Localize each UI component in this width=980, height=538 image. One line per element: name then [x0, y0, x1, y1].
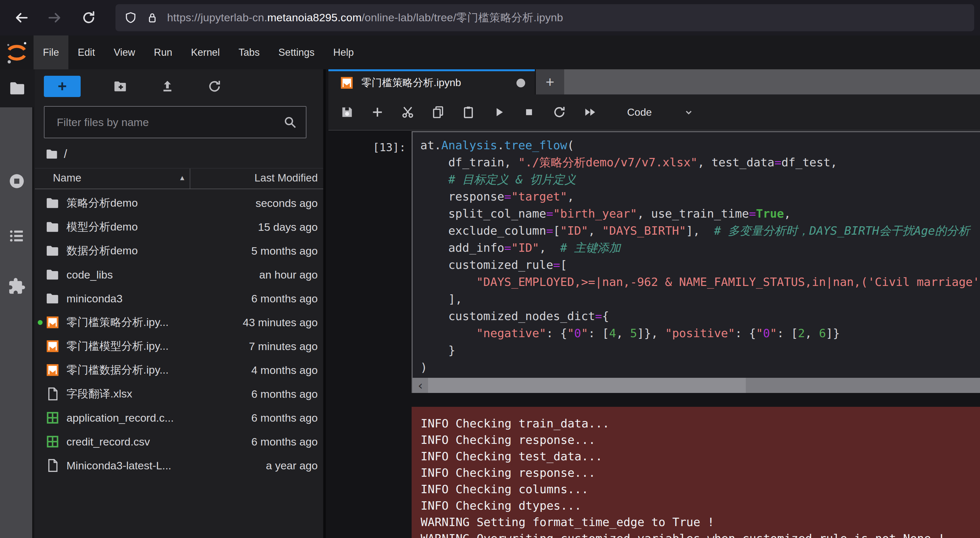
code-line[interactable]: } [420, 342, 980, 359]
file-name[interactable]: Miniconda3-latest-L... [67, 459, 266, 472]
sidebar-tab-extension-manager[interactable] [0, 277, 33, 295]
add-cell-icon[interactable] [370, 105, 385, 119]
code-cell-source[interactable]: at.Analysis.tree_flow( df_train, "./策略分析… [412, 132, 980, 376]
code-line[interactable]: "negative": {"0": [4, 5]}, "positive": {… [420, 325, 980, 342]
code-line[interactable]: response="target", [420, 188, 980, 205]
home-folder-icon[interactable] [45, 147, 59, 161]
file-row[interactable]: 字段翻译.xlsx6 months ago [35, 382, 323, 406]
file-row[interactable]: 策略分析demoseconds ago [35, 191, 323, 215]
file-row[interactable]: code_libsan hour ago [35, 263, 323, 287]
browser-address-bar[interactable]: https://jupyterlab-cn.metanoia8295.com/o… [116, 4, 974, 31]
new-folder-icon[interactable] [113, 79, 128, 94]
menu-kernel[interactable]: Kernel [181, 35, 229, 69]
file-name[interactable]: 零门槛策略分析.ipy... [67, 315, 243, 330]
url-text[interactable]: https://jupyterlab-cn.metanoia8295.com/o… [167, 10, 563, 25]
file-row[interactable]: Miniconda3-latest-L...a year ago [35, 454, 323, 478]
file-row[interactable]: 数据分析demo5 months ago [35, 239, 323, 263]
column-header-name[interactable]: Name [53, 172, 81, 184]
browser-back-icon[interactable] [14, 10, 30, 26]
cell-type-select[interactable]: Code [627, 106, 652, 118]
menu-view[interactable]: View [104, 35, 145, 69]
notebook-tab[interactable]: 零门槛策略分析.ipynb [328, 69, 535, 94]
file-browser-panel: + / Name ▲ Last Modified [35, 69, 326, 538]
code-cell-editor[interactable]: at.Analysis.tree_flow( df_train, "./策略分析… [412, 131, 980, 393]
file-row[interactable]: 零门槛模型分析.ipy...7 minutes ago [35, 334, 323, 358]
folder-icon [45, 196, 60, 211]
https-lock-icon[interactable] [146, 11, 159, 24]
sidebar-tab-table-of-contents[interactable] [0, 227, 33, 244]
horizontal-scrollbar[interactable]: ‹ [412, 378, 980, 393]
filter-files-box [44, 106, 307, 138]
sort-ascending-icon[interactable]: ▲ [179, 174, 186, 182]
output-line: INFO Checking columns... [421, 481, 980, 497]
save-icon[interactable] [340, 105, 354, 119]
sidebar-tab-running-kernels[interactable] [0, 172, 33, 190]
notebook-toolbar: Code [328, 94, 980, 130]
file-last-modified: an hour ago [259, 268, 323, 281]
tab-bar-empty-area [564, 69, 980, 94]
file-name[interactable]: code_libs [67, 268, 259, 281]
browser-reload-icon[interactable] [81, 10, 97, 26]
breadcrumb-root[interactable]: / [64, 147, 67, 161]
menu-settings[interactable]: Settings [269, 35, 324, 69]
breadcrumb[interactable]: / [45, 147, 323, 161]
menu-run[interactable]: Run [145, 35, 181, 69]
chevron-down-icon[interactable] [683, 106, 695, 118]
file-row[interactable]: credit_record.csv6 months ago [35, 430, 323, 454]
code-line[interactable]: # 目标定义 & 切片定义 [420, 171, 980, 188]
search-icon[interactable] [283, 115, 298, 130]
code-line[interactable]: at.Analysis.tree_flow( [420, 136, 980, 154]
folder-icon [45, 267, 60, 282]
code-line[interactable]: customized_nodes_dict={ [420, 308, 980, 325]
scroll-left-arrow-icon[interactable]: ‹ [412, 378, 428, 393]
file-name[interactable]: application_record.c... [67, 412, 251, 424]
code-line[interactable]: "DAYS_EMPLOYED,>=|nan,-962 & NAME_FAMILY… [420, 273, 980, 290]
file-row[interactable]: miniconda36 months ago [35, 287, 323, 310]
code-line[interactable]: ], [420, 290, 980, 308]
refresh-file-list-icon[interactable] [207, 79, 222, 94]
file-row[interactable]: 模型分析demo15 days ago [35, 215, 323, 239]
browser-forward-icon[interactable] [46, 10, 62, 26]
file-icon [45, 458, 60, 473]
unsaved-changes-dot[interactable] [517, 79, 525, 87]
code-line[interactable]: split_col_name="birth_year", use_train_t… [420, 205, 980, 222]
file-name[interactable]: 策略分析demo [67, 196, 256, 211]
file-row[interactable]: 零门槛数据分析.ipy...4 months ago [35, 358, 323, 382]
paste-cells-icon[interactable] [461, 105, 476, 119]
file-name[interactable]: miniconda3 [67, 292, 251, 305]
file-name[interactable]: 零门槛数据分析.ipy... [67, 363, 251, 378]
sidebar-tab-file-browser[interactable] [0, 69, 35, 107]
restart-kernel-icon[interactable] [552, 105, 566, 119]
scrollbar-thumb[interactable] [428, 378, 746, 393]
menu-file[interactable]: File [33, 35, 68, 69]
tracking-shield-icon[interactable] [124, 11, 137, 24]
code-line[interactable]: customized_rule=[ [420, 256, 980, 273]
interrupt-kernel-icon[interactable] [522, 105, 536, 119]
file-last-modified: 6 months ago [251, 292, 323, 305]
left-activity-bar [0, 69, 35, 538]
file-name[interactable]: 模型分析demo [67, 219, 258, 234]
new-launcher-button[interactable]: + [44, 76, 81, 97]
restart-run-all-icon[interactable] [582, 105, 597, 119]
file-name[interactable]: 数据分析demo [67, 243, 251, 258]
output-line: INFO Checking test_data... [421, 448, 980, 465]
menu-help[interactable]: Help [324, 35, 363, 69]
code-line[interactable]: df_train, "./策略分析demo/v7/v7.xlsx", test_… [420, 154, 980, 171]
filter-files-input[interactable] [45, 116, 283, 129]
file-name[interactable]: 字段翻译.xlsx [67, 387, 251, 402]
copy-cells-icon[interactable] [431, 105, 445, 119]
run-cell-icon[interactable] [492, 105, 506, 119]
file-row[interactable]: application_record.c...6 months ago [35, 406, 323, 430]
file-name[interactable]: 零门槛模型分析.ipy... [67, 339, 249, 354]
menu-edit[interactable]: Edit [68, 35, 104, 69]
cut-cells-icon[interactable] [401, 105, 415, 119]
new-tab-button[interactable]: + [536, 69, 564, 94]
code-line[interactable]: ) [420, 359, 980, 376]
column-header-last-modified[interactable]: Last Modified [255, 172, 318, 184]
file-name[interactable]: credit_record.csv [67, 435, 251, 448]
code-line[interactable]: add_info="ID", # 主键添加 [420, 239, 980, 256]
upload-icon[interactable] [160, 79, 175, 94]
code-line[interactable]: exclude_column=["ID", "DAYS_BIRTH"], # 多… [420, 222, 980, 239]
menu-tabs[interactable]: Tabs [229, 35, 269, 69]
file-row[interactable]: 零门槛策略分析.ipy...43 minutes ago [35, 310, 323, 334]
